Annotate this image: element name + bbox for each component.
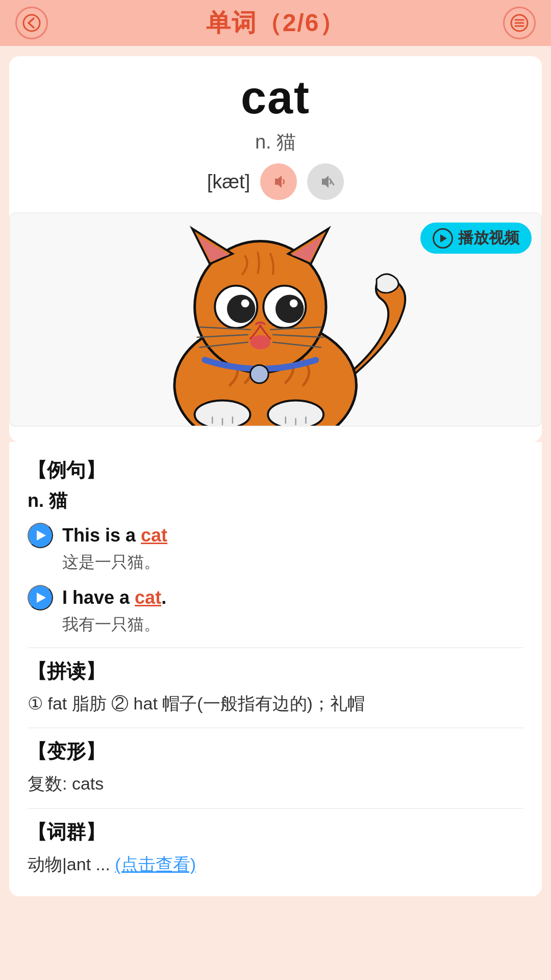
svg-point-26	[227, 295, 255, 323]
sound-female-button[interactable]	[260, 163, 297, 200]
examples-header: 【例句】	[28, 457, 523, 483]
ciqun-text: 动物|ant ...	[28, 854, 110, 874]
ciqun-content: 动物|ant ... (点击查看)	[28, 850, 523, 878]
example-item-2: I have a cat. 我有一只猫。	[28, 585, 523, 636]
play-icon	[433, 228, 453, 249]
cat-image-container: 播放视频	[9, 212, 542, 427]
example-1-cn: 这是一只猫。	[28, 551, 523, 574]
play-example-1-button[interactable]	[28, 523, 53, 548]
divider-2	[28, 727, 523, 728]
example-item-1: This is a cat 这是一只猫。	[28, 523, 523, 574]
divider-3	[28, 808, 523, 809]
play-video-label: 播放视频	[458, 228, 519, 249]
example-2-highlight: cat	[135, 587, 161, 608]
word-card: cat n. 猫 [kæt]	[9, 56, 542, 442]
examples-pos: n. 猫	[28, 488, 523, 513]
page-title: 单词（2/6）	[206, 7, 345, 39]
example-2-text: I have a cat.	[62, 587, 166, 608]
play-example-2-icon	[37, 593, 46, 603]
ciqun-header: 【词群】	[28, 819, 523, 845]
bianxing-content: 复数: cats	[28, 770, 523, 797]
pindu-content: ① fat 脂肪 ② hat 帽子(一般指有边的)；礼帽	[28, 690, 523, 717]
svg-point-31	[250, 335, 270, 350]
header: 单词（2/6）	[0, 0, 551, 46]
back-button[interactable]	[15, 7, 48, 39]
content-section: 【例句】 n. 猫 This is a cat 这是一只猫。 I have a …	[9, 442, 542, 896]
divider-1	[28, 647, 523, 648]
pindu-header: 【拼读】	[28, 658, 523, 684]
example-2-en-row: I have a cat.	[28, 585, 523, 610]
sound-male-button[interactable]	[307, 163, 344, 200]
phonetic-row: [kæt]	[24, 163, 527, 200]
svg-marker-39	[440, 234, 447, 242]
example-2-cn: 我有一只猫。	[28, 614, 523, 636]
menu-button[interactable]	[503, 7, 536, 39]
phonetic-text: [kæt]	[207, 171, 250, 193]
svg-point-38	[250, 365, 268, 383]
example-1-en-row: This is a cat	[28, 523, 523, 548]
svg-point-30	[290, 299, 298, 307]
play-example-2-button[interactable]	[28, 585, 53, 610]
word-display: cat	[24, 71, 527, 124]
example-1-text: This is a cat	[62, 525, 167, 546]
svg-point-29	[276, 295, 304, 323]
bianxing-header: 【变形】	[28, 739, 523, 765]
ciqun-link[interactable]: (点击查看)	[115, 854, 196, 874]
play-example-1-icon	[37, 530, 46, 541]
example-1-highlight: cat	[141, 525, 167, 546]
play-video-button[interactable]: 播放视频	[420, 223, 532, 254]
svg-point-0	[23, 15, 40, 31]
svg-point-27	[241, 299, 249, 307]
word-pos-cn: n. 猫	[24, 129, 527, 155]
